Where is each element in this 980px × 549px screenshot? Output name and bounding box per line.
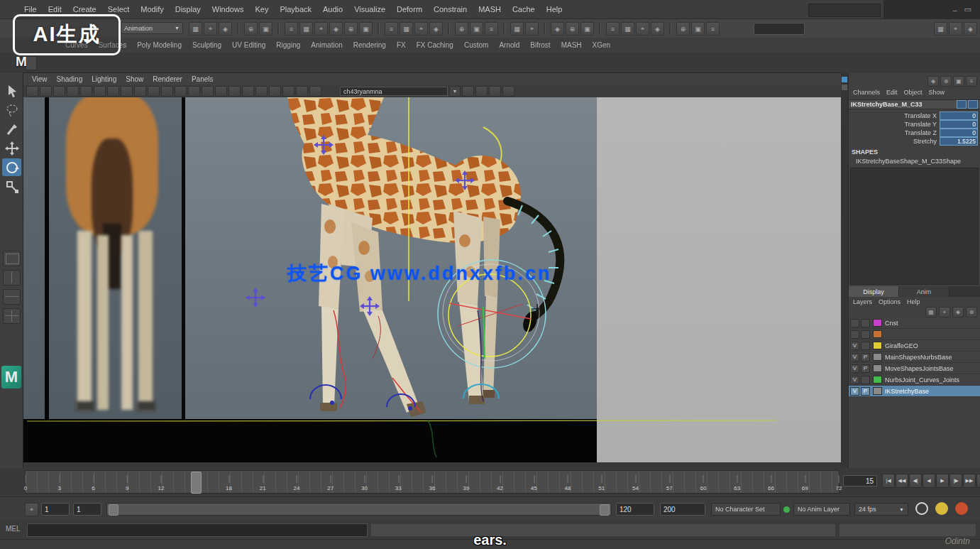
display-layer-row[interactable]: VNurbsJoint_Curves_Joints bbox=[849, 374, 980, 386]
layer-color-swatch[interactable] bbox=[873, 342, 882, 349]
layer-editor-icon[interactable]: ⌖ bbox=[939, 307, 950, 317]
viewport-icon[interactable] bbox=[134, 86, 146, 97]
paint-select-tool[interactable] bbox=[2, 120, 21, 138]
shelf-tab-mash[interactable]: MASH bbox=[561, 41, 582, 49]
tab-display[interactable]: Display bbox=[849, 286, 899, 297]
channel-value-field[interactable]: 0 bbox=[940, 129, 978, 137]
shape-node-name[interactable]: IKStretchyBaseShape_M_C33Shape bbox=[856, 158, 976, 165]
play-backward-button[interactable]: ◀ bbox=[923, 474, 935, 488]
viewport-icon[interactable] bbox=[40, 86, 52, 97]
ground-curve-line[interactable] bbox=[27, 420, 777, 421]
step-back-frame-button[interactable]: ◀| bbox=[909, 474, 922, 488]
panel-menu-view[interactable]: View bbox=[32, 75, 48, 83]
rotate-tool[interactable] bbox=[2, 158, 21, 176]
channel-chip[interactable] bbox=[968, 100, 978, 109]
shelf-tab-rendering[interactable]: Rendering bbox=[353, 41, 386, 49]
panel-toggle-icon[interactable] bbox=[842, 77, 847, 82]
status-icon[interactable]: ◈ bbox=[551, 22, 564, 36]
channel-menu-show[interactable]: Show bbox=[929, 89, 945, 96]
character-set-menu[interactable]: No Character Set bbox=[711, 503, 781, 516]
move-manipulator[interactable] bbox=[246, 288, 265, 308]
shelf-tab-xgen[interactable]: XGen bbox=[593, 41, 611, 49]
shelf-tab-fx-caching[interactable]: FX Caching bbox=[417, 41, 453, 49]
window-control-mark-icon[interactable]: ▭ bbox=[964, 5, 971, 14]
layer-visibility-toggle[interactable]: V bbox=[850, 353, 859, 362]
status-icon[interactable]: ⊕ bbox=[455, 22, 468, 36]
panel-menu-renderer[interactable]: Renderer bbox=[153, 75, 182, 83]
range-slider-right-handle[interactable] bbox=[600, 504, 610, 516]
viewport-icon[interactable] bbox=[94, 86, 106, 97]
playback-end-field[interactable]: 120 bbox=[616, 503, 654, 516]
layer-playback-toggle[interactable] bbox=[861, 342, 870, 350]
layer-playback-toggle[interactable]: P bbox=[861, 353, 870, 362]
panel-menu-panels[interactable]: Panels bbox=[192, 75, 214, 83]
step-forward-key-button[interactable]: ▶▶ bbox=[963, 474, 976, 488]
status-icon[interactable]: ≡ bbox=[285, 22, 298, 36]
ik-handle-line[interactable] bbox=[483, 307, 485, 359]
channel-chip[interactable] bbox=[957, 100, 967, 109]
layer-color-swatch[interactable] bbox=[873, 319, 882, 327]
layer-color-swatch[interactable] bbox=[873, 387, 882, 395]
layer-playback-toggle[interactable]: P bbox=[861, 364, 870, 373]
window-control-mark-icon[interactable]: – bbox=[952, 6, 957, 14]
layer-menu-help[interactable]: Help bbox=[907, 298, 920, 305]
viewport-icon[interactable] bbox=[188, 86, 200, 97]
timeline-playhead[interactable] bbox=[191, 472, 202, 494]
time-slider[interactable]: 0369121518212427303336394245485154576063… bbox=[25, 470, 839, 494]
status-icon[interactable]: ◈ bbox=[329, 22, 343, 36]
status-icon[interactable]: ▣ bbox=[580, 22, 594, 36]
shelf-tab-sculpting[interactable]: Sculpting bbox=[192, 41, 221, 49]
animation-end-field[interactable]: 200 bbox=[660, 503, 705, 516]
status-input-field[interactable] bbox=[754, 23, 805, 35]
lasso-tool[interactable] bbox=[2, 101, 21, 119]
layer-visibility-toggle[interactable]: V bbox=[850, 364, 859, 373]
display-layer-row[interactable] bbox=[849, 329, 980, 340]
select-tool[interactable] bbox=[2, 82, 21, 99]
channel-box-icon[interactable]: ⊕ bbox=[940, 76, 952, 87]
shelf-tab-poly-modeling[interactable]: Poly Modeling bbox=[137, 41, 182, 49]
layer-editor-icon[interactable]: ⊕ bbox=[966, 307, 977, 317]
status-icon[interactable]: ▣ bbox=[691, 22, 705, 36]
menu-playback[interactable]: Playback bbox=[274, 0, 317, 19]
go-to-start-button[interactable]: |◀ bbox=[882, 474, 895, 488]
viewport-icon[interactable] bbox=[502, 86, 514, 97]
menu-mash[interactable]: MASH bbox=[473, 0, 507, 19]
viewport-icon[interactable] bbox=[26, 86, 38, 97]
status-icon[interactable]: ⊕ bbox=[566, 22, 579, 36]
shelf-tab-animation[interactable]: Animation bbox=[311, 41, 342, 49]
animation-start-field[interactable]: 1 bbox=[41, 503, 70, 516]
status-icon[interactable]: ▦ bbox=[400, 22, 413, 36]
viewport-icon[interactable] bbox=[462, 86, 474, 97]
channel-value-field[interactable]: 0 bbox=[940, 112, 978, 120]
range-slider-left-handle[interactable] bbox=[109, 504, 119, 516]
range-slider[interactable] bbox=[106, 503, 612, 516]
layer-menu-options[interactable]: Options bbox=[879, 298, 901, 305]
play-forward-button[interactable]: ▶ bbox=[936, 474, 949, 488]
status-icon[interactable]: ▦ bbox=[510, 22, 524, 36]
shelf-tab-custom[interactable]: Custom bbox=[464, 41, 488, 49]
menu-audio[interactable]: Audio bbox=[317, 0, 348, 19]
layer-playback-toggle[interactable]: P bbox=[861, 387, 870, 396]
layer-editor-icon[interactable]: ◈ bbox=[952, 307, 964, 317]
channel-value-field[interactable]: 1.5225 bbox=[940, 137, 978, 146]
viewport-icon[interactable] bbox=[269, 86, 281, 97]
image-plane-combo[interactable]: ch43ryanmna bbox=[340, 87, 448, 96]
menu-display[interactable]: Display bbox=[170, 0, 207, 19]
menu-modify[interactable]: Modify bbox=[135, 0, 169, 19]
viewport-icon[interactable] bbox=[148, 86, 160, 97]
display-layer-row[interactable]: VPMainShapesNurbsBase bbox=[849, 352, 980, 363]
layer-playback-toggle[interactable] bbox=[861, 376, 870, 384]
status-icon[interactable]: ⊕ bbox=[244, 22, 258, 36]
layer-editor-icon[interactable]: ▦ bbox=[925, 307, 937, 317]
viewport-icon[interactable] bbox=[121, 86, 133, 97]
display-layer-row[interactable]: VPMoveShapesJointsBase bbox=[849, 363, 980, 374]
layer-visibility-toggle[interactable] bbox=[850, 330, 859, 339]
layer-color-swatch[interactable] bbox=[873, 376, 882, 384]
status-icon[interactable]: ▣ bbox=[470, 22, 483, 36]
shelf-mini-tab[interactable] bbox=[26, 56, 37, 70]
layer-visibility-toggle[interactable]: V bbox=[850, 376, 859, 384]
anim-layer-menu[interactable]: No Anim Layer bbox=[793, 503, 850, 516]
status-icon[interactable]: ≡ bbox=[385, 22, 398, 36]
step-back-key-button[interactable]: ◀◀ bbox=[896, 474, 908, 488]
foot-pivot-dot[interactable] bbox=[408, 406, 412, 411]
